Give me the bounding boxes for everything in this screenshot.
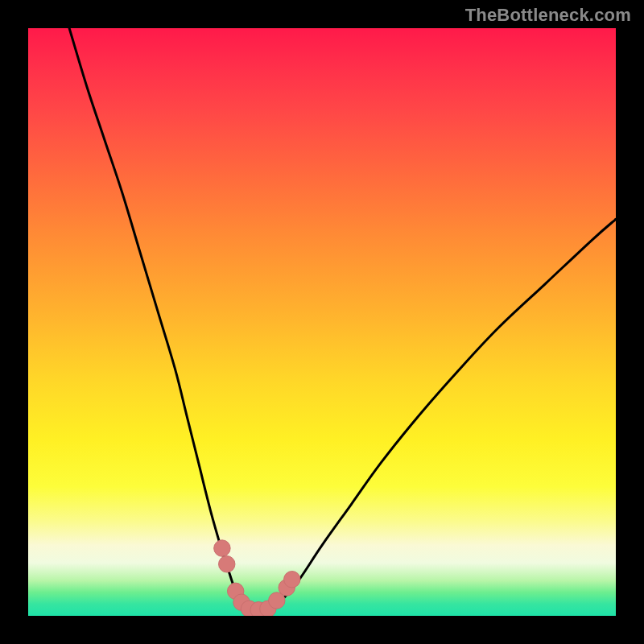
plot-area: [28, 28, 616, 616]
marker-dot: [284, 572, 300, 588]
valley-markers: [214, 540, 300, 616]
marker-dot: [214, 540, 230, 556]
chart-frame: TheBottleneck.com: [0, 0, 644, 644]
bottleneck-curve: [69, 28, 616, 616]
marker-dot: [219, 556, 235, 572]
watermark-text: TheBottleneck.com: [465, 5, 631, 26]
curve-layer: [28, 28, 616, 616]
